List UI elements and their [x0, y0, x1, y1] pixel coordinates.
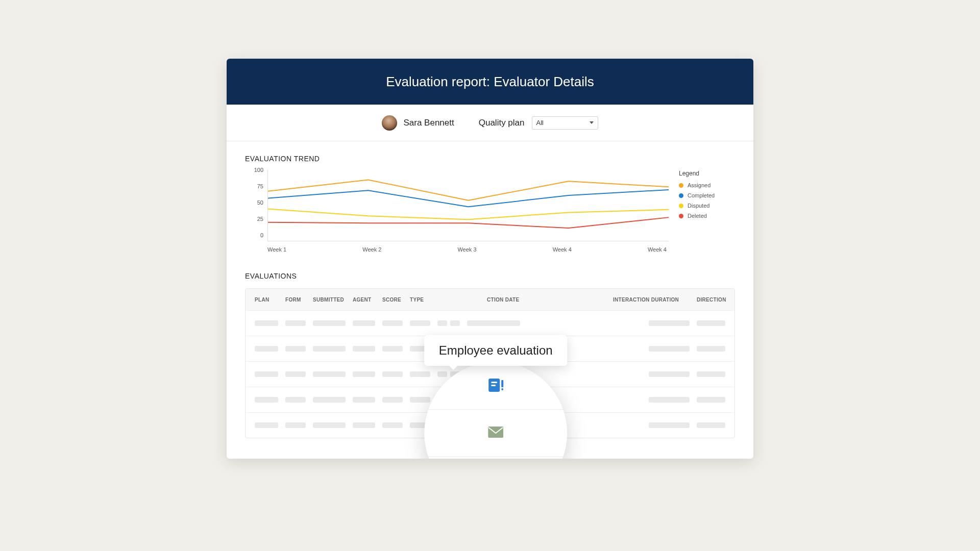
svg-rect-0: [488, 427, 503, 438]
avatar: [382, 115, 397, 131]
table-row[interactable]: [246, 310, 734, 336]
mail-icon: [488, 427, 503, 440]
popover-label: Employee evaluation: [424, 335, 567, 366]
col-type[interactable]: TYPE: [410, 297, 430, 303]
evaluation-trend-chart: 1007550250 Week 1Week 2Week 3Week 4Week …: [245, 170, 735, 253]
col-submitted[interactable]: SUBMITTED: [313, 297, 346, 303]
legend-dot-icon: [679, 193, 683, 198]
popover-row-mail[interactable]: [424, 410, 567, 458]
legend-item[interactable]: Assigned: [679, 182, 735, 188]
evaluations-section-title: EVALUATIONS: [245, 272, 735, 280]
employee-evaluation-popover: Employee evaluation: [424, 335, 567, 459]
chart-legend: Legend AssignedCompletedDisputedDeleted: [679, 170, 735, 223]
x-axis: Week 1Week 2Week 3Week 4Week 4: [267, 246, 669, 253]
legend-dot-icon: [679, 204, 683, 208]
chart-series-assigned: [268, 180, 669, 200]
legend-label: Completed: [688, 192, 715, 198]
col-form[interactable]: FORM: [285, 297, 306, 303]
y-tick: 0: [245, 232, 263, 238]
col-interaction-duration[interactable]: INTERACTION DURATION: [613, 297, 690, 303]
evaluator-name: Sara Bennett: [403, 118, 454, 128]
form-alert-icon: [488, 379, 503, 392]
quality-plan-label: Quality plan: [479, 118, 525, 128]
y-tick: 100: [245, 167, 263, 173]
popover-circle: [424, 362, 567, 459]
x-tick: Week 4: [553, 246, 572, 253]
col-interaction-date[interactable]: INTERACTION DATE: [467, 297, 528, 303]
chart-plot: [267, 170, 669, 241]
y-axis: 1007550250: [245, 170, 263, 241]
legend-label: Deleted: [688, 213, 707, 219]
chart-series-completed: [268, 190, 669, 207]
col-score[interactable]: SCORE: [382, 297, 403, 303]
legend-item[interactable]: Completed: [679, 192, 735, 198]
x-tick: Week 4: [648, 246, 667, 253]
x-tick: Week 1: [267, 246, 286, 253]
chart-series-disputed: [268, 209, 669, 219]
col-agent[interactable]: AGENT: [353, 297, 375, 303]
quality-plan-value: All: [536, 119, 544, 127]
page-title: Evaluation report: Evaluator Details: [386, 74, 594, 90]
chart-series-deleted: [268, 217, 669, 228]
card-header: Evaluation report: Evaluator Details: [227, 59, 753, 105]
legend-label: Assigned: [688, 182, 710, 188]
evaluator-chip[interactable]: Sara Bennett: [382, 115, 454, 131]
report-card: Evaluation report: Evaluator Details Sar…: [227, 59, 753, 459]
legend-dot-icon: [679, 214, 683, 218]
legend-item[interactable]: Disputed: [679, 203, 735, 209]
legend-dot-icon: [679, 183, 683, 188]
legend-item[interactable]: Deleted: [679, 213, 735, 219]
y-tick: 25: [245, 216, 263, 222]
x-tick: Week 3: [457, 246, 476, 253]
quality-plan-select[interactable]: All: [532, 116, 598, 130]
popover-row-form[interactable]: [424, 362, 567, 410]
quality-plan-filter: Quality plan All: [479, 116, 598, 130]
x-tick: Week 2: [362, 246, 381, 253]
chevron-down-icon: [590, 121, 594, 124]
y-tick: 50: [245, 199, 263, 206]
popover-row-chat[interactable]: [424, 457, 567, 459]
legend-title: Legend: [679, 170, 735, 177]
col-direction[interactable]: DIRECTION: [697, 297, 725, 303]
y-tick: 75: [245, 183, 263, 189]
filter-bar: Sara Bennett Quality plan All: [227, 105, 753, 141]
chart-section-title: EVALUATION TREND: [245, 155, 735, 163]
col-plan[interactable]: PLAN: [255, 297, 278, 303]
legend-label: Disputed: [688, 203, 709, 209]
table-header: PLAN FORM SUBMITTED AGENT SCORE TYPE INT…: [246, 289, 734, 310]
